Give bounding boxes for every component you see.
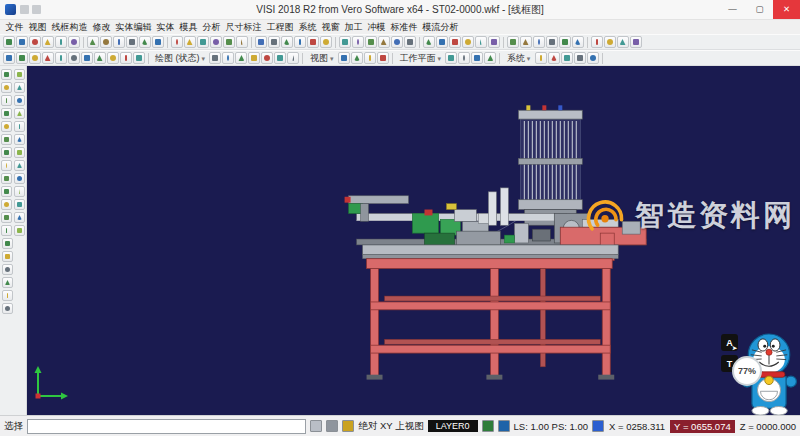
tool-icon[interactable] [1,212,12,223]
menu-item[interactable]: 冲模 [365,21,388,34]
tool-icon[interactable] [404,36,416,48]
tool-icon[interactable] [107,52,119,64]
tool-icon[interactable] [3,52,15,64]
tool-icon[interactable] [507,36,519,48]
maximize-button[interactable]: ▢ [746,0,773,19]
grid-icon[interactable] [342,420,354,432]
tool-icon[interactable] [2,251,13,262]
tool-icon[interactable] [423,36,435,48]
tool-icon[interactable] [574,52,586,64]
viewport-3d[interactable]: 智造资料网 A T [27,66,800,415]
tool-icon[interactable] [445,52,457,64]
tool-icon[interactable] [484,52,496,64]
toolbar-group-label[interactable]: 工作平面 [395,52,444,65]
tool-icon[interactable] [274,52,286,64]
menu-item[interactable]: 实体编辑 [113,21,154,34]
tool-icon[interactable] [14,212,25,223]
tool-icon[interactable] [604,36,616,48]
tool-icon[interactable] [68,52,80,64]
snap-icon[interactable] [310,420,322,432]
tool-icon[interactable] [365,36,377,48]
layer-indicator[interactable]: LAYER0 [428,420,478,432]
toolbar-group-label[interactable]: 视图 [306,52,337,65]
tool-icon[interactable] [1,134,12,145]
tool-icon[interactable] [16,36,28,48]
menu-item[interactable]: 线框构造 [49,21,90,34]
tool-icon[interactable] [617,36,629,48]
tool-icon[interactable] [520,36,532,48]
menu-item[interactable]: 模具 [177,21,200,34]
tool-icon[interactable] [1,173,12,184]
tool-icon[interactable] [1,225,12,236]
tool-icon[interactable] [561,52,573,64]
tool-icon[interactable] [2,303,13,314]
layer-color-icon[interactable] [482,420,494,432]
tool-icon[interactable] [630,36,642,48]
tool-icon[interactable] [255,36,267,48]
tool-icon[interactable] [1,95,12,106]
menu-item[interactable]: 模流分析 [420,21,461,34]
tool-icon[interactable] [449,36,461,48]
tool-icon[interactable] [2,277,13,288]
tool-icon[interactable] [391,36,403,48]
tool-icon[interactable] [1,69,12,80]
menu-item[interactable]: 实体 [154,21,177,34]
tool-icon[interactable] [14,186,25,197]
menu-item[interactable]: 视窗 [319,21,342,34]
tool-icon[interactable] [14,173,25,184]
tool-icon[interactable] [352,36,364,48]
tool-icon[interactable] [14,95,25,106]
tool-icon[interactable] [377,52,389,64]
tool-icon[interactable] [42,52,54,64]
tool-icon[interactable] [351,52,363,64]
tool-icon[interactable] [55,52,67,64]
menu-item[interactable]: 修改 [90,21,113,34]
tool-icon[interactable] [14,199,25,210]
tool-icon[interactable] [1,186,12,197]
tool-icon[interactable] [120,52,132,64]
tool-icon[interactable] [87,36,99,48]
tool-icon[interactable] [14,225,25,236]
quick-undo-icon[interactable] [32,5,41,14]
tool-icon[interactable] [535,52,547,64]
tool-icon[interactable] [436,36,448,48]
menu-item[interactable]: 尺寸标注 [223,21,264,34]
tool-icon[interactable] [338,52,350,64]
tool-icon[interactable] [1,199,12,210]
workplane-icon[interactable] [498,420,510,432]
tool-icon[interactable] [287,52,299,64]
tool-icon[interactable] [462,36,474,48]
menu-item[interactable]: 系统 [296,21,319,34]
tool-icon[interactable] [2,238,13,249]
ortho-icon[interactable] [326,420,338,432]
tool-icon[interactable] [1,147,12,158]
tool-icon[interactable] [546,36,558,48]
tool-icon[interactable] [126,36,138,48]
tool-icon[interactable] [533,36,545,48]
tool-icon[interactable] [152,36,164,48]
tool-icon[interactable] [307,36,319,48]
tool-icon[interactable] [591,36,603,48]
tool-icon[interactable] [209,52,221,64]
tool-icon[interactable] [378,36,390,48]
tool-icon[interactable] [81,52,93,64]
tool-icon[interactable] [1,82,12,93]
tool-icon[interactable] [559,36,571,48]
tool-icon[interactable] [236,36,248,48]
tool-icon[interactable] [1,160,12,171]
tool-icon[interactable] [587,52,599,64]
tool-icon[interactable] [1,121,12,132]
tool-icon[interactable] [268,36,280,48]
tool-icon[interactable] [294,36,306,48]
tool-icon[interactable] [320,36,332,48]
tool-icon[interactable] [68,36,80,48]
tool-icon[interactable] [210,36,222,48]
minimize-button[interactable]: — [719,0,746,19]
tool-icon[interactable] [16,52,28,64]
tool-icon[interactable] [339,36,351,48]
toolbar-group-label[interactable]: 系统 [503,52,534,65]
menu-item[interactable]: 标准件 [388,21,420,34]
tool-icon[interactable] [548,52,560,64]
tool-icon[interactable] [2,290,13,301]
tool-icon[interactable] [55,36,67,48]
